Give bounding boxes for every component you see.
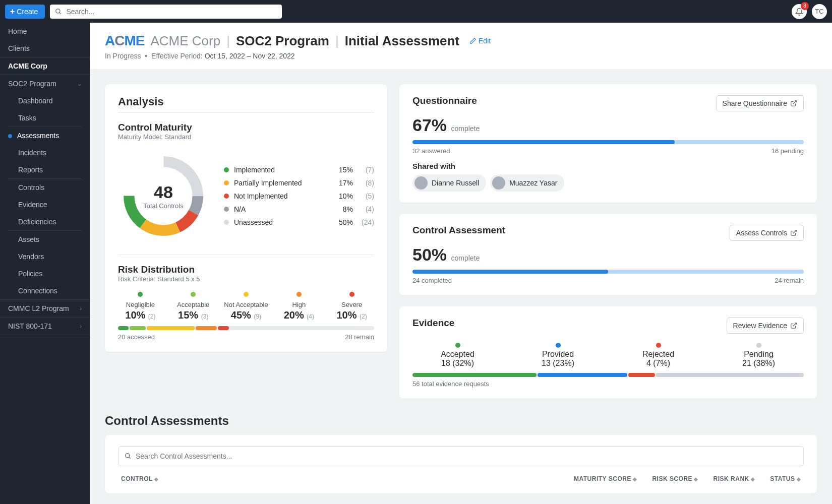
edit-button[interactable]: Edit [469,37,491,45]
maturity-legend: Implemented15%(7)Partially Implemented17… [224,163,374,229]
breadcrumb-program[interactable]: SOC2 Program [236,33,329,49]
sort-icon: ◆ [694,476,698,482]
chevron-down-icon: ⌄ [77,81,82,87]
evidence-bar [412,373,804,377]
sort-icon: ◆ [633,476,637,482]
notification-badge: 8 [801,2,809,10]
nav-reports[interactable]: Reports [0,161,90,178]
chevron-right-icon: › [80,305,82,311]
col-status[interactable]: STATUS [770,475,795,482]
analysis-title: Analysis [118,95,374,108]
avatar [414,176,428,190]
risk-cell: Not Acceptable45% (9) [224,290,269,321]
svg-line-8 [793,230,796,233]
breadcrumb-org[interactable]: ACME Corp [150,33,220,49]
evidence-cell: Pending21 (38%) [714,341,804,368]
page-header: ACME ACME Corp | SOC2 Program | Initial … [90,23,832,69]
control-assessment-card: Control Assessment Assess Controls 50% c… [399,214,817,295]
questionnaire-pct: 67% [412,115,447,135]
col-risk-score[interactable]: RISK SCORE [652,475,692,482]
assess-controls-button[interactable]: Assess Controls [730,225,804,241]
nav-org[interactable]: ACME Corp [0,57,90,75]
risk-cell: Severe10% (2) [329,290,374,321]
evidence-cell: Provided13 (23%) [513,341,603,368]
risk-title: Risk Distribution [118,264,374,275]
avatar [492,176,505,190]
sidebar: Home Clients ACME Corp SOC2 Program⌄ Das… [0,23,90,504]
nav-controls[interactable]: Controls [0,179,90,196]
risk-cell: Negligible10% (2) [118,290,163,321]
nav-assets[interactable]: Assets [0,231,90,248]
svg-point-0 [56,9,60,13]
evidence-breakdown: Accepted18 (32%)Provided13 (23%)Rejected… [412,341,804,368]
maturity-donut-chart: 48 Total Controls [118,151,209,241]
col-risk-rank[interactable]: RISK RANK [714,475,749,482]
nav-program-nist[interactable]: NIST 800-171› [0,318,90,335]
review-evidence-button[interactable]: Review Evidence [727,318,804,334]
sort-icon: ◆ [154,476,159,482]
svg-line-1 [60,12,61,14]
page-title: Initial Assessment [345,33,459,49]
share-questionnaire-button[interactable]: Share Questionnaire [716,95,804,111]
col-control[interactable]: CONTROL [121,475,153,482]
sort-icon: ◆ [797,476,801,482]
org-logo: ACME [105,33,144,49]
effective-period: Oct 15, 2022 – Nov 22, 2022 [205,52,295,60]
nav-home[interactable]: Home [0,23,90,40]
nav-policies[interactable]: Policies [0,265,90,282]
assessment-pct: 50% [412,245,447,265]
sort-icon: ◆ [751,476,755,482]
col-maturity-score[interactable]: MATURITY SCORE [574,475,631,482]
status-badge: In Progress [105,52,141,60]
nav-clients[interactable]: Clients [0,40,90,57]
evidence-card: Evidence Review Evidence Accepted18 (32%… [399,306,817,399]
legend-item: Unassessed50%(24) [224,216,374,229]
main-content: ACME ACME Corp | SOC2 Program | Initial … [90,23,832,504]
svg-line-7 [793,101,796,104]
control-assessments-title: Control Assessments [105,414,817,428]
search-icon [125,453,132,460]
search-input[interactable] [66,8,277,16]
legend-item: Implemented15%(7) [224,163,374,176]
chevron-right-icon: › [80,323,82,329]
create-label: Create [17,8,38,16]
assessment-progress [412,270,804,274]
nav-vendors[interactable]: Vendors [0,248,90,265]
svg-line-11 [129,457,131,459]
control-assessments-card: CONTROL◆ MATURITY SCORE◆ RISK SCORE◆ RIS… [105,435,817,493]
risk-bar [118,326,374,330]
create-button[interactable]: + Create [5,5,45,19]
table-search[interactable] [118,446,804,466]
nav-dashboard[interactable]: Dashboard [0,92,90,109]
evidence-cell: Rejected4 (7%) [613,341,703,368]
global-search[interactable] [50,5,282,19]
external-link-icon [790,229,797,236]
svg-line-9 [793,323,796,326]
shared-person[interactable]: Muazzez Yasar [490,174,564,192]
external-link-icon [790,322,797,329]
nav-assessments[interactable]: Assessments [0,127,90,144]
external-link-icon [790,100,797,107]
nav-program-cmmc[interactable]: CMMC L2 Program› [0,300,90,317]
notifications-button[interactable]: 8 [792,4,807,19]
legend-item: Partially Implemented17%(8) [224,176,374,190]
nav-tasks[interactable]: Tasks [0,109,90,127]
risk-distribution: Negligible10% (2)Acceptable15% (3)Not Ac… [118,290,374,321]
shared-person[interactable]: Dianne Russell [412,174,486,192]
plus-icon: + [10,7,15,16]
nav-evidence[interactable]: Evidence [0,196,90,213]
legend-item: Not Implemented10%(5) [224,190,374,203]
questionnaire-card: Questionnaire Share Questionnaire 67% co… [399,84,817,203]
active-dot-icon [8,134,12,138]
table-search-input[interactable] [136,452,797,460]
maturity-title: Control Maturity [118,122,374,133]
risk-cell: Acceptable15% (3) [171,290,216,321]
nav-program-soc2[interactable]: SOC2 Program⌄ [0,75,90,92]
analysis-card: Analysis Control Maturity Maturity Model… [105,84,387,352]
nav-incidents[interactable]: Incidents [0,144,90,161]
nav-connections[interactable]: Connections [0,282,90,299]
nav-deficiencies[interactable]: Deficiencies [0,213,90,230]
user-avatar[interactable]: TC [812,4,827,19]
svg-point-10 [126,454,130,458]
search-icon [55,8,62,15]
